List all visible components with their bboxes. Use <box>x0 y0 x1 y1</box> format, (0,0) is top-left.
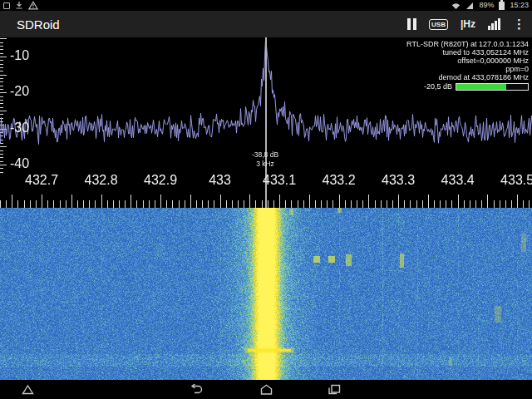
sdroid-app-screen: 89% 15:23 SDRoid USB |Hz ⋮ -10-20-30-40 … <box>0 0 532 399</box>
home-button[interactable] <box>259 382 273 397</box>
frequency-axis-label: 433.3 <box>373 173 423 188</box>
signal-level-label: -20,5 dB <box>424 82 452 91</box>
waterfall-canvas[interactable] <box>0 208 532 380</box>
clock: 15:23 <box>510 0 529 11</box>
back-icon <box>189 384 203 395</box>
hide-navbar-button[interactable] <box>20 382 35 397</box>
recents-icon <box>328 384 341 395</box>
android-nav-bar <box>0 380 532 399</box>
marker-bandwidth-readout: 3 kHz <box>232 160 298 168</box>
db-axis-label: -10 <box>10 48 29 63</box>
signal-meter-row: -20,5 dB <box>406 82 529 91</box>
signal-meter <box>456 83 529 91</box>
frequency-axis-label: 433.4 <box>433 173 483 188</box>
back-button[interactable] <box>188 382 203 397</box>
frequency-axis-label: 432.7 <box>17 173 66 188</box>
recents-button[interactable] <box>327 382 342 397</box>
status-bar-right: 89% 15:23 <box>451 0 529 11</box>
wifi-icon <box>451 2 461 10</box>
signal-bars-button[interactable] <box>488 18 500 30</box>
frequency-axis-label: 433.1 <box>254 173 304 188</box>
pause-button[interactable] <box>407 18 416 30</box>
db-axis-label: -30 <box>10 121 29 135</box>
marker-level-readout: -38,8 dB <box>232 150 298 159</box>
db-axis-label: -40 <box>10 156 29 171</box>
frequency-axis-label: 432.8 <box>76 173 126 188</box>
frequency-entry-button[interactable]: |Hz <box>461 18 475 30</box>
demod-frequency-line: demod at 433,078186 MHz <box>406 73 529 81</box>
spectrum-panel: -10-20-30-40 432.7432.8432.9433433.1433.… <box>0 37 532 208</box>
app-toolbar: SDRoid USB |Hz ⋮ <box>0 11 532 37</box>
frequency-axis-label: 432.9 <box>135 173 185 188</box>
battery-percent: 89% <box>479 0 494 11</box>
overflow-menu-button[interactable]: ⋮ <box>513 18 525 30</box>
usb-debugging-icon <box>15 1 23 10</box>
battery-icon <box>499 2 505 10</box>
toolbar-actions: USB |Hz ⋮ <box>407 18 525 30</box>
device-info-line: RTL-SDR (R820T) at 127.0.0.1:1234 <box>406 40 529 48</box>
signal-meter-fill <box>456 84 506 90</box>
usb-source-button[interactable]: USB <box>429 19 448 30</box>
status-bar-left <box>3 0 38 11</box>
cell-signal-icon <box>466 2 474 10</box>
frequency-axis-label: 433.5 <box>492 173 532 188</box>
app-title: SDRoid <box>17 17 60 32</box>
frequency-axis-label: 433 <box>195 173 245 188</box>
hide-triangle-icon <box>22 384 34 396</box>
offset-line: offset=0,000000 MHz <box>406 57 529 65</box>
ppm-line: ppm=0 <box>406 65 529 73</box>
warning-icon <box>28 1 38 10</box>
tuned-frequency-line: tuned to 433,052124 MHz <box>406 48 529 57</box>
home-icon <box>259 384 273 395</box>
receiver-info-block: RTL-SDR (R820T) at 127.0.0.1:1234 tuned … <box>406 40 529 91</box>
android-status-bar: 89% 15:23 <box>0 0 532 11</box>
frequency-axis-label: 433.2 <box>314 173 364 188</box>
square-status-icon <box>3 2 10 9</box>
db-axis-label: -20 <box>10 84 29 99</box>
